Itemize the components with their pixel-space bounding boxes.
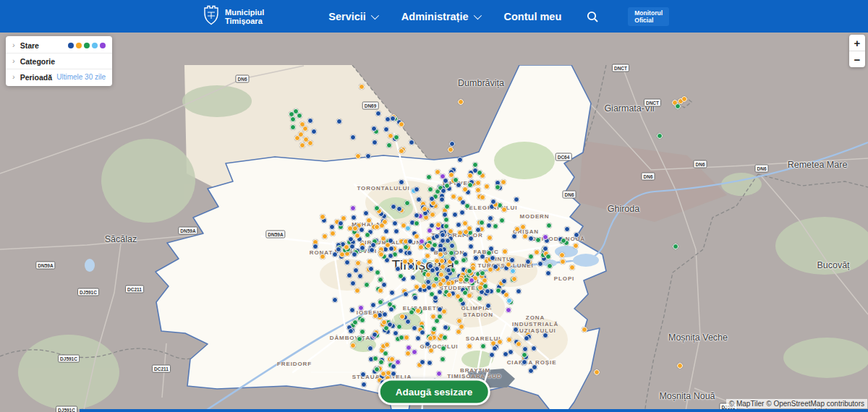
report-marker-blue[interactable] bbox=[516, 288, 522, 294]
report-marker-blue[interactable] bbox=[348, 236, 354, 242]
report-marker-orange[interactable] bbox=[355, 153, 361, 159]
report-marker-blue[interactable] bbox=[382, 312, 388, 317]
report-marker-orange[interactable] bbox=[681, 96, 687, 102]
report-marker-green[interactable] bbox=[479, 220, 485, 226]
report-marker-blue[interactable] bbox=[367, 346, 373, 351]
report-marker-purple[interactable] bbox=[436, 371, 442, 377]
report-marker-green[interactable] bbox=[444, 183, 450, 189]
report-marker-purple[interactable] bbox=[440, 173, 446, 179]
report-marker-green[interactable] bbox=[499, 218, 505, 223]
report-marker-green[interactable] bbox=[378, 299, 383, 305]
report-marker-orange[interactable] bbox=[384, 342, 390, 348]
report-marker-blue[interactable] bbox=[332, 297, 338, 303]
report-marker-blue[interactable] bbox=[383, 228, 389, 234]
report-marker-green[interactable] bbox=[467, 268, 472, 274]
report-marker-blue[interactable] bbox=[408, 264, 414, 270]
report-marker-orange[interactable] bbox=[414, 284, 420, 290]
report-marker-orange[interactable] bbox=[435, 222, 441, 228]
report-marker-orange[interactable] bbox=[559, 252, 565, 258]
report-marker-blue[interactable] bbox=[312, 244, 318, 249]
report-marker-blue[interactable] bbox=[391, 371, 396, 377]
report-marker-orange[interactable] bbox=[339, 252, 345, 257]
report-marker-blue[interactable] bbox=[429, 223, 435, 228]
report-marker-orange[interactable] bbox=[302, 126, 308, 132]
report-marker-blue[interactable] bbox=[363, 210, 369, 216]
report-marker-green[interactable] bbox=[403, 244, 409, 250]
report-marker-orange[interactable] bbox=[299, 142, 305, 148]
report-marker-blue[interactable] bbox=[489, 352, 495, 358]
report-marker-orange[interactable] bbox=[516, 341, 522, 347]
report-marker-green[interactable] bbox=[398, 273, 404, 279]
report-marker-green[interactable] bbox=[432, 242, 438, 248]
report-marker-orange[interactable] bbox=[511, 276, 517, 282]
report-marker-orange[interactable] bbox=[439, 258, 445, 264]
nav-contul-meu[interactable]: Contul meu bbox=[504, 11, 562, 22]
report-marker-blue[interactable] bbox=[488, 215, 493, 221]
report-marker-orange[interactable] bbox=[441, 309, 447, 314]
report-marker-orange[interactable] bbox=[322, 233, 328, 239]
report-marker-orange[interactable] bbox=[467, 343, 472, 349]
report-marker-blue[interactable] bbox=[372, 140, 378, 145]
report-marker-orange[interactable] bbox=[380, 371, 386, 377]
report-marker-blue[interactable] bbox=[449, 243, 455, 249]
report-marker-green[interactable] bbox=[545, 254, 551, 259]
report-marker-blue[interactable] bbox=[351, 215, 357, 220]
report-marker-orange[interactable] bbox=[594, 369, 600, 375]
report-marker-green[interactable] bbox=[365, 232, 370, 238]
report-marker-green[interactable] bbox=[675, 103, 681, 109]
report-marker-orange[interactable] bbox=[534, 249, 540, 255]
report-marker-orange[interactable] bbox=[475, 180, 481, 186]
report-marker-blue[interactable] bbox=[473, 255, 479, 261]
report-marker-green[interactable] bbox=[495, 288, 501, 293]
report-marker-green[interactable] bbox=[352, 319, 358, 325]
report-marker-orange[interactable] bbox=[462, 186, 468, 192]
report-marker-orange[interactable] bbox=[344, 244, 349, 250]
report-marker-blue[interactable] bbox=[391, 204, 396, 210]
report-marker-blue[interactable] bbox=[574, 232, 579, 238]
report-marker-green[interactable] bbox=[480, 270, 485, 276]
report-marker-orange[interactable] bbox=[382, 219, 388, 225]
report-marker-orange[interactable] bbox=[352, 226, 358, 231]
report-marker-blue[interactable] bbox=[389, 290, 395, 296]
report-marker-green[interactable] bbox=[443, 217, 449, 223]
report-marker-blue[interactable] bbox=[332, 252, 338, 257]
report-marker-green[interactable] bbox=[467, 182, 473, 188]
report-marker-lightblue[interactable] bbox=[506, 298, 512, 304]
report-marker-blue[interactable] bbox=[542, 332, 548, 338]
report-marker-blue[interactable] bbox=[468, 236, 474, 241]
report-marker-orange[interactable] bbox=[414, 233, 420, 239]
report-marker-green[interactable] bbox=[414, 220, 420, 226]
report-marker-purple[interactable] bbox=[427, 228, 433, 233]
report-marker-orange[interactable] bbox=[320, 254, 326, 259]
report-marker-orange[interactable] bbox=[456, 329, 461, 335]
report-marker-blue[interactable] bbox=[514, 197, 519, 202]
report-marker-green[interactable] bbox=[535, 237, 541, 243]
report-marker-blue[interactable] bbox=[485, 303, 491, 309]
report-marker-orange[interactable] bbox=[501, 207, 507, 213]
report-marker-green[interactable] bbox=[290, 116, 296, 122]
report-marker-blue[interactable] bbox=[372, 332, 378, 338]
report-marker-orange[interactable] bbox=[458, 277, 464, 283]
report-marker-blue[interactable] bbox=[501, 278, 507, 284]
report-marker-orange[interactable] bbox=[405, 351, 411, 356]
report-marker-orange[interactable] bbox=[446, 280, 451, 286]
search-button[interactable] bbox=[586, 10, 599, 23]
report-marker-purple[interactable] bbox=[542, 234, 548, 240]
report-marker-blue[interactable] bbox=[493, 264, 498, 270]
report-marker-green[interactable] bbox=[359, 317, 365, 323]
report-marker-green[interactable] bbox=[444, 204, 450, 210]
report-marker-blue[interactable] bbox=[443, 325, 448, 330]
report-marker-blue[interactable] bbox=[457, 157, 463, 163]
report-marker-blue[interactable] bbox=[508, 349, 514, 355]
report-marker-orange[interactable] bbox=[320, 214, 326, 220]
report-marker-green[interactable] bbox=[399, 335, 404, 340]
report-marker-blue[interactable] bbox=[370, 302, 376, 308]
report-marker-green[interactable] bbox=[409, 309, 414, 315]
report-marker-green[interactable] bbox=[448, 250, 454, 256]
report-marker-orange[interactable] bbox=[366, 218, 372, 223]
report-marker-blue[interactable] bbox=[459, 210, 465, 215]
report-marker-green[interactable] bbox=[290, 124, 296, 130]
report-marker-blue[interactable] bbox=[462, 252, 468, 257]
report-marker-orange[interactable] bbox=[399, 121, 404, 127]
report-marker-orange[interactable] bbox=[569, 265, 575, 270]
